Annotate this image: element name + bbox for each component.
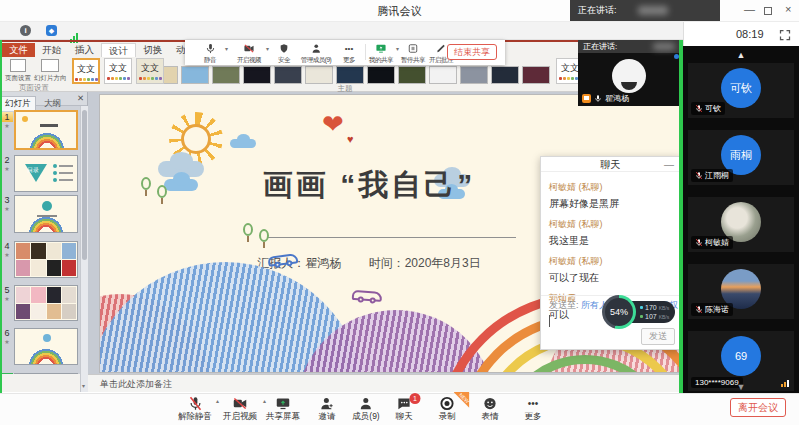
chat-title: 聊天	[601, 159, 621, 170]
chat-unread-badge: 1	[410, 393, 421, 404]
transition-star-icon: ★	[1, 122, 13, 129]
panel-scrollbar-thumb[interactable]	[82, 110, 87, 260]
shield-icon	[278, 41, 290, 55]
collapse-up-icon[interactable]: ▲	[683, 50, 799, 60]
tab-file[interactable]: 文件	[2, 43, 35, 57]
mic-icon	[204, 41, 216, 55]
info-icon[interactable]: i	[20, 25, 31, 36]
more-button[interactable]: ••• 更多	[525, 396, 542, 423]
theme-colors	[74, 78, 98, 81]
more-dots-icon: •••	[343, 41, 355, 55]
scroll-down-icon[interactable]: ▾	[82, 382, 85, 389]
participant-tile[interactable]: 陈海诺	[688, 264, 794, 319]
chat-text: 屏幕好像是黑屏	[549, 197, 672, 211]
slide-thumbnail-2[interactable]: 目录	[14, 155, 78, 192]
participant-name-chip: 江雨桐	[691, 169, 733, 182]
record-new-badge: NEW	[454, 392, 470, 408]
send-to-label: 发送至:	[549, 300, 579, 310]
tab-insert[interactable]: 插入	[68, 43, 101, 57]
active-speaker-panel[interactable]: 正在讲话: 瞿鸿杨	[578, 40, 681, 106]
screen-share-icon	[369, 41, 393, 55]
theme-thumbnail-selected[interactable]: 文文	[72, 58, 100, 84]
notes-area[interactable]: 单击此处添加备注	[88, 374, 683, 392]
screen-share-icon	[266, 396, 300, 410]
tab-slides[interactable]: 幻灯片	[0, 96, 36, 111]
participant-tile[interactable]: 可钦 可钦	[688, 63, 794, 118]
mic-options-caret-icon[interactable]: ▴	[216, 397, 219, 404]
panel-close-icon[interactable]: ✕	[73, 92, 88, 104]
mute-caret-icon[interactable]: ▾	[225, 45, 228, 52]
person-icon	[352, 396, 379, 410]
start-video-button[interactable]: 开启视频	[223, 396, 257, 423]
meeting-control-bar: 解除静音 ▴ 开启视频 ▴ 共享屏幕 邀请 成员(9) 1 聊天 NEW 录制 …	[0, 393, 799, 425]
group-label-theme: 主题	[300, 84, 390, 94]
tab-home[interactable]: 开始	[35, 43, 68, 57]
performance-gauge[interactable]: 54%	[602, 295, 636, 329]
mic-icon	[594, 94, 602, 103]
manage-members-button[interactable]: 管理成员(9)	[301, 41, 331, 65]
start-video-button[interactable]: 开启视频	[237, 41, 261, 65]
chat-sender: 柯敏婧 (私聊)	[549, 218, 672, 231]
scroll-down-participants-icon[interactable]: ▼	[683, 382, 799, 392]
pause-icon	[401, 41, 425, 55]
theme-thumbnail[interactable]: 文文	[104, 58, 132, 84]
slide-thumbnail-5[interactable]	[14, 285, 78, 321]
transition-star-icon: ★	[1, 338, 13, 345]
upload-rate: 170 KB/s	[640, 304, 669, 311]
leave-meeting-button[interactable]: 离开会议	[730, 398, 786, 417]
minimize-button[interactable]: —	[744, 3, 755, 15]
end-share-button[interactable]: 结束共享	[447, 44, 497, 60]
slide-thumbnail-6[interactable]	[14, 328, 78, 365]
participant-name-chip: 柯敏婧	[691, 236, 733, 249]
slide-thumbnail-1[interactable]	[14, 110, 78, 150]
fullscreen-icon[interactable]	[779, 27, 791, 45]
transition-star-icon: ★	[1, 165, 13, 172]
heart-drawing: ❤	[322, 109, 344, 140]
speaker-name-blurred	[653, 43, 675, 50]
tree-drawing	[156, 185, 168, 205]
emoji-button[interactable]: 表情	[482, 396, 499, 423]
security-button[interactable]: 安全	[278, 41, 290, 65]
send-button[interactable]: 发送	[641, 328, 675, 345]
tab-design[interactable]: 设计	[101, 43, 136, 57]
theme-colors	[137, 77, 163, 80]
toc-title: 目录	[27, 166, 39, 175]
my-share-button[interactable]: 我的共享	[369, 41, 393, 65]
speaking-label: 正在讲话:	[578, 5, 617, 15]
slide-thumbnail-4[interactable]	[14, 241, 78, 278]
invite-button[interactable]: 邀请	[319, 396, 336, 423]
video-caret-icon[interactable]: ▾	[266, 45, 269, 52]
slide-thumbnail-7[interactable]	[14, 373, 78, 374]
tab-transitions[interactable]: 切换	[136, 43, 169, 57]
share-screen-button[interactable]: 共享屏幕	[266, 396, 300, 423]
theme-thumbnail[interactable]: 文文	[136, 58, 164, 84]
transition-star-icon: ★	[1, 205, 13, 212]
mute-button[interactable]: 静音	[204, 41, 216, 65]
members-button[interactable]: 成员(9)	[352, 396, 379, 423]
maximize-icon	[764, 7, 772, 15]
participant-sidebar: ▲ 可钦 可钦 雨桐 江雨桐 柯敏婧 陈海诺 69 130****9069	[683, 46, 799, 393]
maximize-button[interactable]	[764, 5, 772, 17]
record-button[interactable]: NEW 录制	[439, 396, 456, 423]
panel-scrollbar[interactable]: ▾	[80, 106, 88, 392]
unmute-button[interactable]: 解除静音	[178, 396, 212, 423]
shield-app-icon[interactable]: ◆	[46, 25, 57, 36]
participant-tile[interactable]: 柯敏婧	[688, 197, 794, 252]
page-setup-button[interactable]: 页面设置	[4, 59, 32, 83]
close-button[interactable]: ×	[785, 3, 791, 15]
theme-gallery-strip[interactable]	[150, 66, 550, 84]
toolbar-divider	[365, 44, 366, 60]
share-caret-icon[interactable]: ▾	[396, 45, 399, 52]
tab-outline[interactable]: 大纲	[40, 97, 65, 111]
participant-tile[interactable]: 雨桐 江雨桐	[688, 130, 794, 185]
chat-minimize-icon[interactable]: —	[664, 157, 674, 172]
camera-off-icon	[223, 396, 257, 410]
pause-share-button[interactable]: 暂停共享	[401, 41, 425, 65]
chat-button[interactable]: 1 聊天	[396, 396, 413, 423]
invite-person-icon	[319, 396, 336, 410]
more-button[interactable]: ••• 更多	[343, 41, 355, 65]
slide-orientation-button[interactable]: 幻灯片方向	[34, 59, 66, 83]
slide-number: 2	[1, 155, 13, 165]
sidebar-header: 08:19	[683, 22, 799, 46]
slide-thumbnail-3[interactable]	[14, 195, 78, 233]
